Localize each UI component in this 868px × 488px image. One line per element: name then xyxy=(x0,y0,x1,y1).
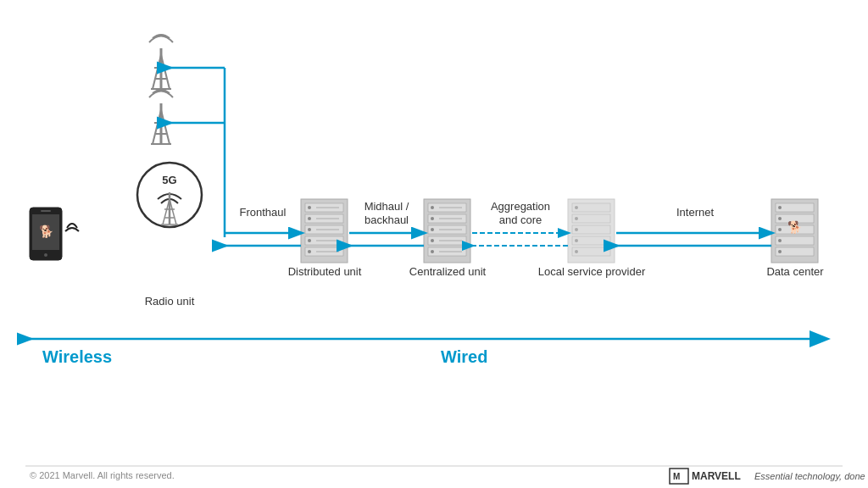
local-service-provider-icon xyxy=(568,199,615,263)
internet-label: Internet xyxy=(676,206,714,219)
centralized-unit-label: Centralized unit xyxy=(409,265,487,278)
svg-text:🐕: 🐕 xyxy=(787,220,803,235)
svg-point-51 xyxy=(431,239,434,242)
svg-point-33 xyxy=(308,217,311,220)
svg-point-76 xyxy=(778,206,782,209)
wired-label: Wired xyxy=(441,347,487,366)
svg-point-50 xyxy=(431,228,434,231)
copyright-text: © 2021 Marvell. All rights reserved. xyxy=(30,470,175,480)
wireless-label: Wireless xyxy=(42,347,112,366)
svg-point-65 xyxy=(575,217,578,220)
svg-point-68 xyxy=(575,250,578,253)
radio-unit-label: Radio unit xyxy=(145,295,195,308)
aggregation-label: Aggregation xyxy=(491,200,550,213)
svg-text:5G: 5G xyxy=(162,174,176,186)
svg-point-5 xyxy=(44,253,47,257)
svg-point-49 xyxy=(431,217,434,220)
local-service-provider-label: Local service provider xyxy=(538,265,646,278)
svg-point-36 xyxy=(308,250,311,253)
svg-point-32 xyxy=(308,206,311,209)
svg-point-78 xyxy=(778,228,782,231)
marvell-logo-text: MARVELL xyxy=(692,470,741,482)
svg-point-79 xyxy=(778,239,782,242)
backhaul-label: backhaul xyxy=(364,214,409,226)
centralized-unit-icon xyxy=(424,199,470,263)
svg-point-67 xyxy=(575,239,578,242)
core-label: and core xyxy=(499,214,542,226)
midhaul-label: Midhaul / xyxy=(364,200,409,213)
fronthaul-label: Fronthaul xyxy=(240,206,287,219)
tagline-text: Essential technology, done right™ xyxy=(754,471,868,481)
svg-point-48 xyxy=(431,206,434,209)
svg-rect-4 xyxy=(41,210,51,212)
svg-text:🐕: 🐕 xyxy=(39,225,54,239)
svg-point-52 xyxy=(431,250,434,253)
data-center-label: Data center xyxy=(766,265,824,278)
svg-point-35 xyxy=(308,239,311,242)
distributed-unit-label: Distributed unit xyxy=(288,265,362,278)
distributed-unit-icon xyxy=(301,199,348,263)
svg-point-80 xyxy=(778,250,782,253)
data-center-icon: 🐕 xyxy=(771,199,818,263)
svg-point-66 xyxy=(575,228,578,231)
svg-point-77 xyxy=(778,217,782,220)
svg-point-64 xyxy=(575,206,578,209)
svg-point-34 xyxy=(308,228,311,231)
svg-text:M: M xyxy=(673,472,680,481)
